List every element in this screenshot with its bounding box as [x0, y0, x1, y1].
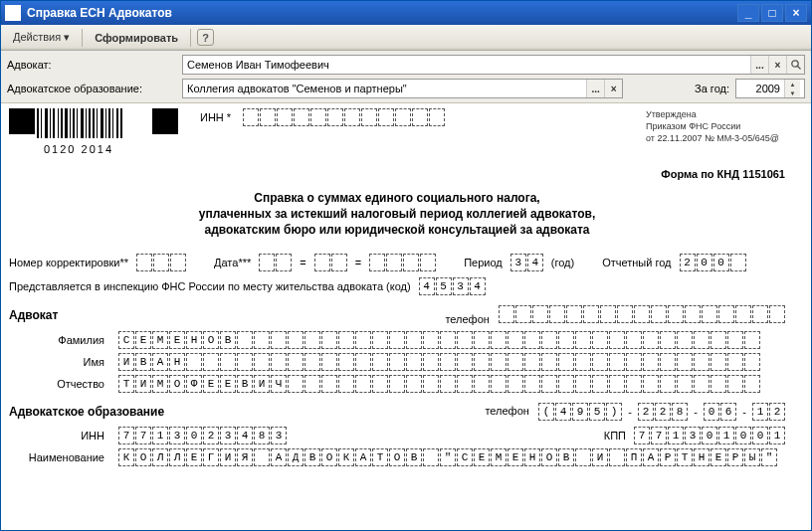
- name-label: Имя: [9, 356, 108, 368]
- svg-rect-4: [45, 108, 48, 138]
- org-select-button[interactable]: ...: [586, 80, 604, 97]
- form-button[interactable]: Сформировать: [89, 30, 184, 46]
- svg-rect-22: [116, 108, 118, 138]
- advocate-clear-button[interactable]: ×: [768, 56, 786, 74]
- barcode: 0120 2014: [9, 108, 148, 152]
- barcode-bars: [35, 108, 124, 142]
- period-label: Период: [464, 257, 503, 268]
- patr-cells: ТИМОФЕЕВИЧ: [118, 375, 760, 393]
- svg-rect-18: [101, 108, 103, 138]
- help-button[interactable]: ?: [197, 29, 214, 46]
- svg-rect-6: [53, 108, 55, 138]
- fns-label: Представляется в инспекцию ФНС России по…: [9, 280, 411, 292]
- year-label: За год:: [695, 83, 729, 94]
- org-input[interactable]: [183, 80, 586, 97]
- svg-rect-20: [108, 108, 110, 138]
- date-d: [259, 254, 292, 271]
- title-bar: Справка ЕСН Адвокатов _ □ ×: [1, 1, 811, 25]
- naim-cells: КОЛЛЕГИЯАДВОКАТОВ"СЕМЕНОВИПАРТНЕРЫ": [118, 448, 777, 466]
- window-title: Справка ЕСН Адвокатов: [27, 6, 737, 20]
- org-phone-row: телефон (495)-228-06-12: [485, 403, 785, 421]
- date-label: Дата***: [214, 257, 251, 268]
- close-button[interactable]: ×: [785, 4, 807, 22]
- inn-star-label: ИНН *: [200, 111, 231, 123]
- kpp-label: КПП: [604, 430, 626, 442]
- advocate-search-button[interactable]: [786, 56, 804, 74]
- app-window: Справка ЕСН Адвокатов _ □ × Действия ▾ С…: [0, 0, 812, 531]
- inn-star-cells: [243, 108, 445, 126]
- surname-label: Фамилия: [9, 334, 108, 346]
- fns-cells: 4534: [419, 277, 486, 295]
- year-input[interactable]: [736, 83, 784, 94]
- black-square-1: [9, 108, 35, 134]
- approved-block: Утверждена Приказом ФНС России от 22.11.…: [646, 108, 785, 144]
- year-input-group: ▲ ▼: [735, 79, 805, 98]
- date-y: [369, 254, 436, 271]
- surname-cells: СЕМЕНОВ: [118, 331, 760, 349]
- kpp-cells: 771301001: [634, 427, 785, 444]
- svg-rect-21: [112, 108, 113, 138]
- document-area[interactable]: 0120 2014 ИНН * Утверждена Приказом ФНС …: [1, 103, 811, 530]
- svg-rect-3: [41, 108, 42, 138]
- org-clear-button[interactable]: ×: [604, 80, 622, 97]
- year-up-button[interactable]: ▲: [785, 80, 800, 88]
- svg-rect-8: [61, 108, 63, 138]
- advocate-input[interactable]: [183, 56, 750, 74]
- corr-label: Номер корректировки**: [9, 257, 128, 268]
- svg-rect-5: [50, 108, 51, 138]
- org-label: Адвокатское образование:: [7, 83, 176, 94]
- svg-rect-9: [65, 108, 68, 138]
- period-year: (год): [551, 257, 574, 268]
- document-title: Справка о суммах единого социального нал…: [9, 190, 785, 238]
- year-down-button[interactable]: ▼: [785, 88, 800, 97]
- report-year-label: Отчетный год: [602, 257, 671, 268]
- date-m: [314, 254, 347, 271]
- patr-label: Отчество: [9, 378, 108, 390]
- svg-rect-11: [73, 108, 75, 138]
- org-input-group: ... ×: [182, 79, 623, 98]
- minimize-button[interactable]: _: [737, 4, 759, 22]
- svg-line-1: [797, 67, 800, 70]
- advocate-select-button[interactable]: ...: [750, 56, 768, 74]
- naim-label: Наименование: [9, 451, 108, 463]
- svg-point-0: [791, 61, 797, 67]
- svg-rect-2: [37, 108, 39, 138]
- phone-label: телефон: [445, 313, 489, 325]
- svg-rect-16: [93, 108, 95, 138]
- corr-cells: [136, 254, 186, 271]
- svg-rect-17: [97, 108, 98, 138]
- form-code: Форма по КНД 1151061: [9, 168, 785, 180]
- black-square-2: [152, 108, 178, 134]
- svg-rect-12: [77, 108, 78, 138]
- svg-rect-14: [86, 108, 87, 138]
- org-inn-label: ИНН: [9, 430, 108, 442]
- org-section: Адвокатское образование: [9, 405, 164, 419]
- period-cells: 34: [510, 254, 543, 271]
- filter-panel: Адвокат: ... × Адвокатское образование: …: [1, 51, 811, 103]
- barcode-number: 0120 2014: [44, 143, 113, 155]
- svg-rect-19: [105, 108, 106, 138]
- svg-rect-23: [120, 108, 122, 138]
- svg-rect-15: [89, 108, 91, 138]
- advocate-section: Адвокат: [9, 308, 58, 322]
- advocate-label: Адвокат:: [7, 59, 176, 71]
- name-cells: ИВАН: [118, 353, 760, 371]
- app-icon: [5, 5, 21, 21]
- maximize-button[interactable]: □: [761, 4, 783, 22]
- toolbar: Действия ▾ Сформировать ?: [1, 25, 811, 51]
- advocate-input-group: ... ×: [182, 55, 805, 75]
- actions-menu[interactable]: Действия ▾: [7, 29, 76, 46]
- org-inn-cells: 7713023483: [118, 427, 287, 444]
- svg-rect-13: [81, 108, 84, 138]
- report-year-cells: 200: [680, 254, 746, 271]
- advocate-phone: [499, 305, 785, 323]
- svg-rect-10: [70, 108, 71, 138]
- svg-rect-7: [58, 108, 59, 138]
